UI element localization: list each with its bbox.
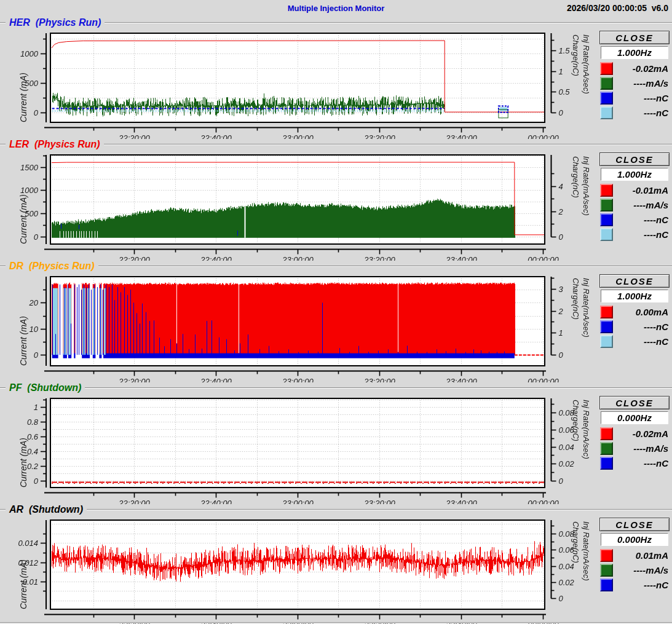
ler-legend: -0.01mA----mA/s----nC----nC [599,184,670,241]
panel-pf: PF (Shutdown) Current (mA) Charge(nC) In… [0,382,672,504]
legend-color-chip [600,320,613,333]
pf-yaxis-title: Current (mA) [18,398,28,488]
legend-color-chip [600,335,613,348]
legend-value-label: ----nC [613,93,670,103]
pf-chart [0,382,598,504]
legend-color-chip [600,62,613,75]
her-raxis-title-injrate: Inj Rate(mA/sec) [582,34,591,122]
her-sidebar: CLOSE 1.000Hz -0.02mA----mA/s----nC----n… [599,31,670,121]
ler-close-button[interactable]: CLOSE [599,152,670,166]
panel-ler: LER (Physics Run) Current (mA) Charge(nC… [0,139,672,261]
ler-rate-field[interactable]: 1.000Hz [601,168,668,181]
dr-close-button[interactable]: CLOSE [599,274,670,288]
dr-legend: 0.00mA----nC----nC [599,306,670,348]
pf-rate-field[interactable]: 0.000Hz [601,411,668,424]
legend-color-chip [600,579,613,591]
legend-row: ----nC [599,457,670,470]
legend-row: ----nC [599,228,670,241]
legend-row: 0.00mA [599,306,670,318]
legend-color-chip [600,228,613,241]
legend-row: ----mA/s [599,199,670,211]
legend-value-label: -0.02mA [613,63,670,74]
dr-yaxis-title: Current (mA) [18,277,28,366]
datetime-label: 2026/03/20 00:00:05 [567,3,647,13]
legend-color-chip [600,564,613,577]
her-chart [0,17,598,139]
legend-color-chip [600,306,613,318]
version-label: v6.0 [652,3,668,13]
legend-value-label: -0.02mA [613,429,670,439]
legend-value-label: ----mA/s [613,200,670,210]
legend-value-label: ----nC [613,580,670,590]
pf-raxis-title-injrate: Inj Rate(mA/sec) [582,400,591,488]
her-yaxis-title: Current (mA) [18,33,28,122]
panel-ar: AR (Shutdown) Current (mA) Charge(nC) In… [0,504,672,624]
legend-row: ----nC [599,579,670,591]
ar-rate-field[interactable]: 0.000Hz [601,533,668,546]
legend-row: -0.02mA [599,427,670,440]
panel-dr: DR (Physics Run) Current (mA) Charge(nC)… [0,261,672,382]
legend-color-chip [600,213,613,226]
legend-value-label: ----nC [613,215,670,225]
ar-yaxis-title: Current (mA) [18,520,28,609]
legend-row: ----nC [599,213,670,226]
legend-row: ----nC [599,320,670,333]
legend-row: ----mA/s [599,564,670,577]
her-rate-field[interactable]: 1.000Hz [601,46,668,59]
legend-value-label: -0.01mA [613,185,670,195]
ler-sidebar: CLOSE 1.000Hz -0.01mA----mA/s----nC----n… [599,152,670,243]
legend-color-chip [600,427,613,440]
legend-row: ----mA/s [599,77,670,90]
legend-row: ----nC [599,92,670,105]
legend-value-label: ----nC [613,322,670,332]
pf-sidebar: CLOSE 0.000Hz -0.02mA----mA/s----nC [599,396,670,472]
her-raxis-title-charge: Charge(nC) [571,34,580,122]
pf-raxis-title-charge: Charge(nC) [571,400,580,488]
legend-color-chip [600,549,613,562]
legend-color-chip [600,106,613,119]
ar-close-button[interactable]: CLOSE [599,518,670,531]
panel-her: HER (Physics Run) Current (mA) Charge(nC… [0,17,672,139]
ar-sidebar: CLOSE 0.000Hz 0.01mA----mA/s----nC [599,518,670,593]
dr-chart [0,261,598,382]
legend-row: ----mA/s [599,442,670,455]
ler-yaxis-title: Current (mA) [18,155,28,244]
dr-raxis-title-charge: Charge(nC) [571,278,580,366]
legend-row: ----nC [599,106,670,119]
legend-value-label: ----nC [613,336,670,347]
datetime-version: 2026/03/20 00:00:05 v6.0 [567,3,668,13]
legend-value-label: ----nC [613,229,670,240]
ar-chart [0,504,598,624]
ar-legend: 0.01mA----mA/s----nC [599,549,670,591]
legend-color-chip [600,442,613,455]
legend-color-chip [600,184,613,197]
ler-raxis-title-charge: Charge(nC) [571,156,580,244]
legend-value-label: ----nC [613,108,670,118]
legend-row: -0.02mA [599,62,670,75]
ler-raxis-title-injrate: Inj Rate(mA/sec) [582,156,591,244]
dr-rate-field[interactable]: 1.000Hz [601,290,668,302]
her-legend: -0.02mA----mA/s----nC----nC [599,62,670,119]
legend-row: -0.01mA [599,184,670,197]
dr-raxis-title-injrate: Inj Rate(mA/sec) [582,278,591,366]
legend-value-label: ----nC [613,458,670,468]
ler-chart [0,139,598,261]
window-bottom-edge [0,622,672,623]
legend-color-chip [600,457,613,470]
legend-row: 0.01mA [599,549,670,562]
legend-color-chip [600,77,613,90]
legend-value-label: ----mA/s [613,565,670,575]
legend-value-label: 0.01mA [613,550,670,561]
pf-close-button[interactable]: CLOSE [599,396,670,409]
pf-legend: -0.02mA----mA/s----nC [599,427,670,470]
legend-value-label: ----mA/s [613,443,670,454]
dr-sidebar: CLOSE 1.000Hz 0.00mA----nC----nC [599,274,670,350]
ar-raxis-title-charge: Charge(nC) [571,521,580,609]
legend-value-label: 0.00mA [613,307,670,317]
ar-raxis-title-injrate: Inj Rate(mA/sec) [582,521,591,609]
legend-color-chip [600,92,613,105]
legend-color-chip [600,199,613,211]
legend-value-label: ----mA/s [613,78,670,89]
her-close-button[interactable]: CLOSE [599,31,670,44]
legend-row: ----nC [599,335,670,348]
